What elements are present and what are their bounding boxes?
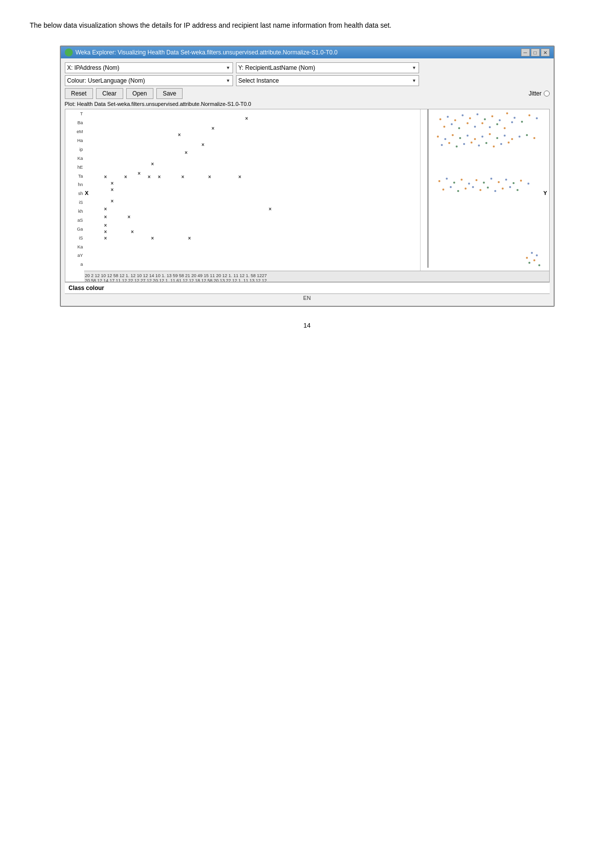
svg-point-26 xyxy=(452,134,454,136)
svg-point-64 xyxy=(465,188,467,190)
cross-15: × xyxy=(111,187,114,193)
svg-point-40 xyxy=(456,145,458,147)
svg-point-60 xyxy=(527,183,529,185)
svg-point-68 xyxy=(494,190,496,192)
svg-point-30 xyxy=(481,136,483,138)
cross-26: × xyxy=(188,236,191,241)
window-title: Weka Explorer: Visualizing Health Data S… xyxy=(76,49,338,56)
x-axis-values-1: 20 2 12 10 12 58 12 1. 12 10 12 14 10 1.… xyxy=(85,273,267,278)
svg-point-11 xyxy=(521,121,523,123)
svg-point-5 xyxy=(476,113,478,115)
svg-point-28 xyxy=(467,135,469,137)
svg-point-77 xyxy=(538,264,540,266)
svg-point-31 xyxy=(489,133,491,135)
svg-point-29 xyxy=(474,138,476,140)
cross-22: × xyxy=(104,229,107,235)
svg-point-4 xyxy=(469,117,471,119)
svg-point-24 xyxy=(437,136,439,138)
x-axis-dropdown[interactable]: X: IPAddress (Nom) ▼ xyxy=(65,62,233,73)
svg-point-62 xyxy=(450,186,452,188)
svg-point-47 xyxy=(508,142,510,144)
svg-point-13 xyxy=(536,117,538,119)
svg-point-23 xyxy=(511,121,513,123)
svg-point-32 xyxy=(496,137,498,139)
svg-point-37 xyxy=(533,137,535,139)
title-bar: Weka Explorer: Visualizing Health Data S… xyxy=(61,47,554,58)
svg-point-48 xyxy=(438,180,440,182)
svg-point-17 xyxy=(467,122,469,124)
app-icon xyxy=(65,48,73,56)
y-axis-labels: T Ba eM Ha ip Ka hE Ta hn sh iS kh aS Ga… xyxy=(65,109,84,282)
svg-point-61 xyxy=(442,189,444,191)
title-bar-left: Weka Explorer: Visualizing Health Data S… xyxy=(65,48,338,56)
svg-point-7 xyxy=(491,115,493,117)
svg-point-44 xyxy=(485,142,487,144)
x-axis-values-2: 20 58 12 14 17 11 12 22 12 27 12 20 12 1… xyxy=(85,278,267,282)
cross-12: × xyxy=(181,174,184,180)
svg-point-15 xyxy=(451,123,453,125)
svg-point-46 xyxy=(500,143,502,145)
scatter-left: X × × × × × × × × × × × × × xyxy=(84,109,421,271)
svg-point-66 xyxy=(479,189,481,191)
svg-point-3 xyxy=(462,114,464,116)
svg-point-0 xyxy=(439,118,441,120)
cross-27: × xyxy=(238,174,241,180)
svg-point-75 xyxy=(533,259,535,261)
close-button[interactable]: ✕ xyxy=(541,48,550,56)
maximize-button[interactable]: □ xyxy=(531,48,540,56)
svg-point-8 xyxy=(499,119,501,121)
y-axis-arrow-icon: ▼ xyxy=(412,65,417,70)
select-instance-dropdown[interactable]: Select Instance ▼ xyxy=(236,75,419,86)
svg-point-51 xyxy=(461,179,463,181)
minimize-button[interactable]: ─ xyxy=(521,48,530,56)
cross-23: × xyxy=(131,229,134,235)
status-bar: EN xyxy=(65,293,550,302)
cross-25: × xyxy=(151,236,154,241)
svg-point-10 xyxy=(514,117,516,119)
intro-paragraph: The below data visualization shows the d… xyxy=(30,20,584,31)
svg-point-54 xyxy=(483,182,485,184)
svg-point-38 xyxy=(441,144,443,146)
svg-point-12 xyxy=(528,114,530,116)
x-axis-label: X xyxy=(85,190,89,196)
toolbar-row: Reset Clear Open Save Jitter xyxy=(65,88,550,99)
svg-point-34 xyxy=(511,138,513,140)
svg-point-52 xyxy=(468,183,470,185)
plot-label: Plot: Health Data Set-weka.filters.unsup… xyxy=(65,101,550,107)
svg-point-42 xyxy=(471,142,472,144)
status-text: EN xyxy=(303,295,311,301)
svg-point-58 xyxy=(513,182,515,184)
cross-11: × xyxy=(158,174,161,180)
svg-point-59 xyxy=(520,180,522,182)
svg-point-43 xyxy=(478,145,480,146)
svg-point-6 xyxy=(484,118,486,120)
open-button[interactable]: Open xyxy=(126,88,153,99)
colour-dropdown[interactable]: Colour: UserLanguage (Nom) ▼ xyxy=(65,75,233,86)
cross-7: × xyxy=(138,171,141,176)
svg-point-70 xyxy=(509,186,511,188)
window-controls[interactable]: ─ □ ✕ xyxy=(521,48,550,56)
svg-point-72 xyxy=(526,257,528,259)
cross-18: × xyxy=(269,206,272,212)
cross-10: × xyxy=(148,174,151,180)
plot-content: X × × × × × × × × × × × × × xyxy=(84,109,549,282)
svg-point-41 xyxy=(463,143,465,145)
clear-button[interactable]: Clear xyxy=(96,88,123,99)
select-instance-arrow-icon: ▼ xyxy=(412,78,417,83)
svg-point-56 xyxy=(498,181,500,183)
colour-row: Colour: UserLanguage (Nom) ▼ Select Inst… xyxy=(65,75,550,86)
svg-point-27 xyxy=(459,137,461,139)
reset-button[interactable]: Reset xyxy=(65,88,93,99)
svg-point-36 xyxy=(526,134,528,136)
y-axis-dropdown[interactable]: Y: RecipientLastName (Nom) ▼ xyxy=(236,62,419,73)
class-colour-bar: Class colour xyxy=(65,282,550,293)
cross-20: × xyxy=(128,214,131,220)
plot-area: T Ba eM Ha ip Ka hE Ta hn sh iS kh aS Ga… xyxy=(65,109,550,282)
svg-point-76 xyxy=(536,254,538,256)
plot-inner: X × × × × × × × × × × × × × xyxy=(84,109,549,271)
svg-point-19 xyxy=(481,122,483,124)
save-button[interactable]: Save xyxy=(156,88,183,99)
cross-21: × xyxy=(104,223,107,228)
jitter-radio[interactable] xyxy=(544,91,550,96)
svg-point-25 xyxy=(444,138,446,140)
